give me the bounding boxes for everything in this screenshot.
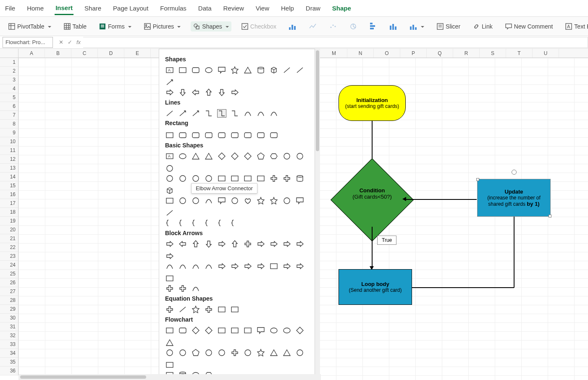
- tab-shape[interactable]: Shape: [331, 2, 352, 14]
- tab-file[interactable]: File: [4, 2, 16, 14]
- shape-option-callout[interactable]: [217, 197, 226, 205]
- row-header[interactable]: 28: [0, 296, 18, 305]
- shape-option-curve[interactable]: [191, 262, 200, 270]
- shape-option-oval[interactable]: [269, 326, 278, 335]
- tab-draw[interactable]: Draw: [305, 2, 321, 14]
- shape-option-rrect[interactable]: [256, 131, 265, 139]
- shape-option-larrow[interactable]: [191, 88, 200, 97]
- shape-option-plus[interactable]: [165, 284, 174, 293]
- row-header[interactable]: 11: [0, 146, 18, 155]
- row-header[interactable]: 33: [0, 340, 18, 349]
- shape-option-circ[interactable]: [191, 174, 200, 183]
- chart-column-button[interactable]: [286, 21, 299, 31]
- row-header[interactable]: 1: [0, 58, 18, 67]
- chart-combo-button[interactable]: [407, 21, 427, 31]
- chart-bar-button[interactable]: [367, 21, 380, 31]
- shape-option-elbow[interactable]: [230, 109, 239, 118]
- col-header[interactable]: E: [124, 49, 151, 58]
- cancel-formula-icon[interactable]: ✕: [59, 39, 63, 45]
- shape-option-rect[interactable]: [269, 262, 278, 270]
- pivot-table-button[interactable]: PivotTable: [6, 21, 54, 31]
- col-header[interactable]: T: [506, 49, 533, 58]
- checkbox-button[interactable]: Checkbox: [239, 21, 279, 31]
- shape-option-rrect[interactable]: [243, 131, 252, 139]
- shape-option-tri[interactable]: [191, 152, 200, 160]
- shape-option-rect[interactable]: [165, 197, 174, 205]
- shape-option-brace[interactable]: [217, 219, 226, 227]
- col-header[interactable]: O: [374, 49, 400, 58]
- row-header[interactable]: 6: [0, 102, 18, 111]
- connector-arrow[interactable]: [412, 287, 514, 288]
- shape-option-rarrow[interactable]: [295, 240, 304, 248]
- col-header[interactable]: P: [400, 49, 427, 58]
- shape-option-tri[interactable]: [243, 66, 252, 74]
- shape-option-star[interactable]: [191, 305, 200, 314]
- true-label[interactable]: True: [377, 236, 396, 245]
- row-header[interactable]: 19: [0, 217, 18, 225]
- shape-option-rarrow[interactable]: [256, 262, 265, 270]
- row-header[interactable]: 20: [0, 225, 18, 234]
- shape-option-line[interactable]: [178, 305, 187, 314]
- panel-scrollbar[interactable]: [315, 49, 320, 380]
- shape-option-diam[interactable]: [295, 326, 304, 335]
- row-header[interactable]: 12: [0, 155, 18, 164]
- row-header[interactable]: 29: [0, 305, 18, 314]
- connector-arrow[interactable]: [514, 217, 514, 288]
- shape-option-rarrow[interactable]: [282, 262, 291, 270]
- shape-option-diam[interactable]: [204, 326, 213, 335]
- row-header[interactable]: 18: [0, 208, 18, 217]
- shape-option-brace[interactable]: [204, 219, 213, 227]
- shape-option-rrect[interactable]: [217, 131, 226, 139]
- shape-option-circ[interactable]: [204, 349, 213, 357]
- shape-option-line[interactable]: [165, 209, 174, 217]
- shape-option-curve[interactable]: [204, 262, 213, 270]
- shape-option-pent[interactable]: [191, 349, 200, 357]
- name-box[interactable]: Flowchart: Pro...: [3, 37, 53, 48]
- shape-option-rrect[interactable]: [191, 66, 200, 74]
- shape-option-line[interactable]: [295, 66, 304, 74]
- shape-option-oval[interactable]: [178, 152, 187, 160]
- shape-option-curve[interactable]: [256, 109, 265, 118]
- shape-option-circ[interactable]: [282, 197, 291, 205]
- row-header[interactable]: 34: [0, 349, 18, 358]
- shape-option-rarrow[interactable]: [295, 262, 304, 270]
- tab-page-layout[interactable]: Page Layout: [112, 2, 149, 14]
- shape-option-circ[interactable]: [165, 174, 174, 183]
- shape-option-arrow[interactable]: [191, 109, 200, 118]
- row-header[interactable]: 30: [0, 314, 18, 322]
- shape-option-uarrow[interactable]: [204, 88, 213, 97]
- row-header[interactable]: 15: [0, 181, 18, 190]
- horizontal-scrollbar[interactable]: [18, 374, 321, 380]
- shape-option-cyl[interactable]: [256, 66, 265, 74]
- shape-option-diam[interactable]: [191, 326, 200, 335]
- tab-review[interactable]: Review: [223, 2, 245, 14]
- row-header[interactable]: 35: [0, 358, 18, 367]
- row-header[interactable]: 14: [0, 173, 18, 181]
- shape-option-rarrow[interactable]: [165, 252, 174, 260]
- col-header[interactable]: A: [18, 49, 45, 58]
- shape-option-star[interactable]: [230, 66, 239, 74]
- shape-option-rect[interactable]: [217, 326, 226, 335]
- shape-option-rrect[interactable]: [191, 131, 200, 139]
- shape-option-star[interactable]: [256, 197, 265, 205]
- row-header[interactable]: 32: [0, 331, 18, 340]
- col-header[interactable]: Q: [427, 49, 453, 58]
- shape-option-uarrow[interactable]: [191, 240, 200, 248]
- connector-arrow[interactable]: [405, 199, 477, 200]
- row-header[interactable]: 8: [0, 120, 18, 128]
- shape-option-heart[interactable]: [243, 197, 252, 205]
- shape-option-rect[interactable]: [230, 326, 239, 335]
- row-header[interactable]: 4: [0, 84, 18, 93]
- shape-option-rrect[interactable]: [269, 131, 278, 139]
- shape-option-rect[interactable]: [178, 66, 187, 74]
- shape-option-elbow[interactable]: [217, 109, 226, 118]
- shape-option-callout[interactable]: [295, 197, 304, 205]
- col-header[interactable]: M: [321, 49, 347, 58]
- shape-option-rect[interactable]: [217, 305, 226, 314]
- tab-share[interactable]: Share: [84, 2, 102, 14]
- shape-option-darrow[interactable]: [204, 240, 213, 248]
- col-header[interactable]: R: [453, 49, 480, 58]
- row-header[interactable]: 26: [0, 278, 18, 287]
- shape-option-circ[interactable]: [204, 174, 213, 183]
- shape-option-uarrow[interactable]: [230, 240, 239, 248]
